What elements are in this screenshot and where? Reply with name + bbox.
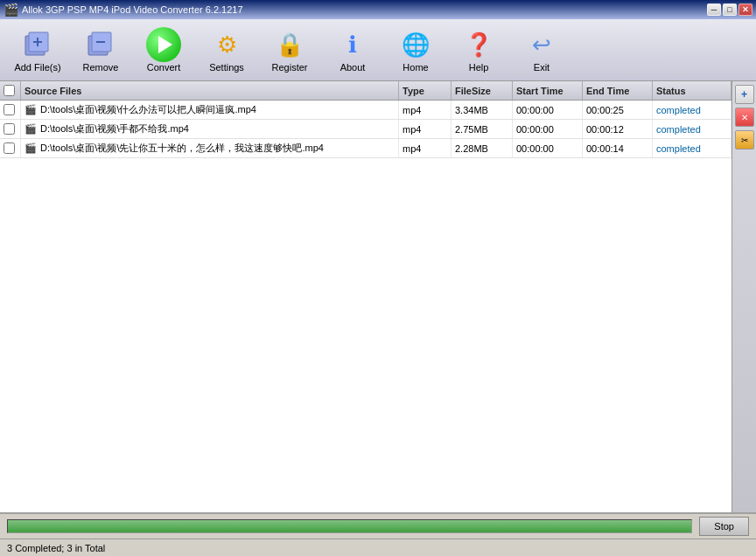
progress-bar-fill	[8, 520, 691, 532]
settings-icon: ⚙	[209, 27, 244, 62]
bottom-bar: Stop 3 Completed; 3 in Total	[0, 512, 756, 556]
status-text: 3 Completed; 3 in Total	[7, 543, 105, 553]
close-button[interactable]: ✕	[738, 3, 752, 16]
col-status: Status	[653, 81, 732, 100]
row3-status: completed	[653, 139, 732, 157]
add-files-button[interactable]: Add File(s)	[7, 23, 68, 77]
home-icon: 🌐	[398, 27, 433, 62]
side-scissors-icon: ✂	[741, 136, 748, 145]
col-filesize: FileSize	[452, 81, 513, 100]
status-bar: 3 Completed; 3 in Total	[0, 539, 756, 556]
side-add-icon: +	[741, 88, 747, 101]
file-icon-1: 🎬	[24, 104, 37, 115]
row2-start: 00:00:00	[513, 120, 583, 138]
row1-checkbox[interactable]	[4, 104, 15, 115]
table-row: 🎬 D:\tools\桌面\视频\先让你五十米的，怎么样，我这速度够快吧.mp4…	[0, 139, 732, 158]
row2-size: 2.75MB	[452, 120, 513, 138]
side-delete-button[interactable]: ✕	[735, 108, 754, 127]
side-delete-icon: ✕	[741, 113, 748, 122]
exit-button[interactable]: ↩ Exit	[511, 23, 572, 77]
table-body: 🎬 D:\tools\桌面\视频\什么办法可以把人瞬间逼疯.mp4 mp4 3.…	[0, 101, 732, 556]
row3-type: mp4	[399, 139, 452, 157]
settings-label: Settings	[209, 62, 244, 73]
convert-label: Convert	[147, 62, 181, 73]
title-bar: 🎬 Allok 3GP PSP MP4 iPod Video Converter…	[0, 0, 756, 19]
home-label: Home	[402, 62, 428, 73]
row3-start: 00:00:00	[513, 139, 583, 157]
row1-start: 00:00:00	[513, 101, 583, 119]
row3-size: 2.28MB	[452, 139, 513, 157]
table-header: Source Files Type FileSize Start Time En…	[0, 81, 732, 101]
remove-button[interactable]: Remove	[70, 23, 131, 77]
side-scissors-button[interactable]: ✂	[735, 130, 754, 149]
maximize-button[interactable]: □	[723, 3, 737, 16]
convert-icon	[146, 27, 181, 62]
file-icon-3: 🎬	[24, 142, 37, 154]
row1-checkbox-cell	[0, 101, 21, 119]
help-button[interactable]: ❓ Help	[448, 23, 509, 77]
file-table-area: Source Files Type FileSize Start Time En…	[0, 81, 732, 556]
help-icon: ❓	[461, 27, 496, 62]
remove-label: Remove	[83, 62, 119, 73]
remove-icon	[83, 27, 118, 62]
col-source-files: Source Files	[21, 81, 399, 100]
about-button[interactable]: ℹ About	[322, 23, 383, 77]
row2-end: 00:00:12	[583, 120, 653, 138]
row2-file: 🎬 D:\tools\桌面\视频\手都不给我.mp4	[21, 120, 399, 138]
table-row: 🎬 D:\tools\桌面\视频\什么办法可以把人瞬间逼疯.mp4 mp4 3.…	[0, 101, 732, 120]
side-panel: + ✕ ✂	[732, 81, 756, 556]
register-button[interactable]: 🔒 Register	[259, 23, 320, 77]
row1-status: completed	[653, 101, 732, 119]
exit-label: Exit	[534, 62, 550, 73]
convert-button[interactable]: Convert	[133, 23, 194, 77]
exit-icon: ↩	[524, 27, 559, 62]
select-all-checkbox[interactable]	[4, 85, 15, 96]
settings-button[interactable]: ⚙ Settings	[196, 23, 257, 77]
row3-checkbox[interactable]	[4, 142, 15, 154]
col-end-time: End Time	[583, 81, 653, 100]
minimize-button[interactable]: ─	[707, 3, 721, 16]
row3-checkbox-cell	[0, 139, 21, 157]
col-start-time: Start Time	[513, 81, 583, 100]
row1-end: 00:00:25	[583, 101, 653, 119]
col-checkbox	[0, 81, 21, 100]
add-files-icon	[20, 27, 55, 62]
add-files-label: Add File(s)	[14, 62, 60, 73]
progress-bar-wrap	[7, 519, 692, 533]
col-type: Type	[399, 81, 452, 100]
main-area: Source Files Type FileSize Start Time En…	[0, 81, 756, 556]
row2-type: mp4	[399, 120, 452, 138]
window-title: Allok 3GP PSP MP4 iPod Video Converter 6…	[22, 4, 243, 15]
row3-end: 00:00:14	[583, 139, 653, 157]
toolbar: Add File(s) Remove Convert ⚙ Settings 🔒 …	[0, 19, 756, 81]
register-icon: 🔒	[272, 27, 307, 62]
row2-checkbox-cell	[0, 120, 21, 138]
row1-file: 🎬 D:\tools\桌面\视频\什么办法可以把人瞬间逼疯.mp4	[21, 101, 399, 119]
side-add-button[interactable]: +	[735, 85, 754, 104]
table-row: 🎬 D:\tools\桌面\视频\手都不给我.mp4 mp4 2.75MB 00…	[0, 120, 732, 139]
about-label: About	[340, 62, 366, 73]
row1-type: mp4	[399, 101, 452, 119]
register-label: Register	[272, 62, 308, 73]
file-icon-2: 🎬	[24, 123, 37, 135]
row3-file: 🎬 D:\tools\桌面\视频\先让你五十米的，怎么样，我这速度够快吧.mp4	[21, 139, 399, 157]
home-button[interactable]: 🌐 Home	[385, 23, 446, 77]
app-icon: 🎬	[4, 3, 18, 17]
help-label: Help	[469, 62, 489, 73]
row2-status: completed	[653, 120, 732, 138]
row2-checkbox[interactable]	[4, 123, 15, 135]
row1-size: 3.34MB	[452, 101, 513, 119]
stop-button[interactable]: Stop	[699, 517, 749, 536]
about-icon: ℹ	[335, 27, 370, 62]
